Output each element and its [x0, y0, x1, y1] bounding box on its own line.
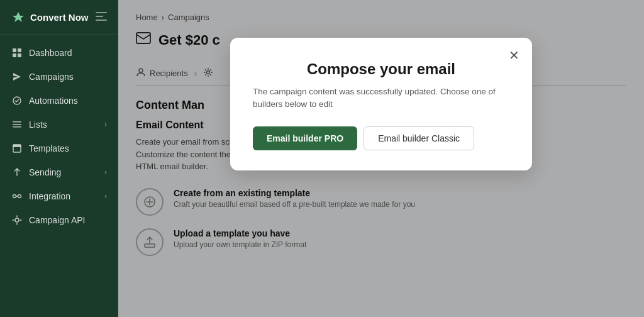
- main-content-area: Home › Campaigns Get $20 c: [118, 0, 644, 317]
- arrow-icon: ›: [104, 192, 107, 201]
- svg-point-15: [18, 195, 21, 198]
- hamburger-icon[interactable]: [96, 11, 107, 24]
- svg-marker-0: [13, 12, 24, 22]
- svg-rect-3: [96, 19, 107, 21]
- svg-rect-6: [13, 53, 16, 57]
- sidebar-item-campaigns[interactable]: Campaigns: [0, 65, 118, 89]
- sidebar-item-dashboard[interactable]: Dashboard: [0, 41, 118, 65]
- sidebar-item-label: Dashboard: [29, 48, 107, 58]
- sidebar: Convert Now Dashboard: [0, 0, 118, 317]
- dashboard-icon: [11, 47, 23, 58]
- svg-rect-5: [18, 48, 21, 52]
- arrow-icon: ›: [104, 168, 107, 177]
- svg-rect-10: [13, 124, 21, 125]
- sidebar-item-label: Sending: [29, 167, 98, 177]
- svg-rect-13: [13, 145, 21, 147]
- sidebar-item-sending[interactable]: Sending ›: [0, 160, 118, 184]
- modal-description: The campaign content was successfully up…: [253, 86, 509, 111]
- api-icon: [11, 214, 23, 226]
- email-builder-pro-button[interactable]: Email builder PRO: [253, 126, 357, 150]
- sidebar-nav: Dashboard Campaigns Automations: [0, 35, 118, 317]
- modal-buttons: Email builder PRO Email builder Classic: [253, 126, 509, 150]
- svg-rect-1: [96, 12, 107, 13]
- sidebar-item-label: Campaign API: [29, 215, 107, 225]
- arrow-icon: ›: [104, 120, 107, 129]
- sending-icon: [11, 167, 23, 178]
- lists-icon: [11, 119, 23, 130]
- sidebar-item-label: Templates: [29, 143, 107, 153]
- svg-rect-4: [13, 48, 16, 52]
- svg-rect-11: [13, 126, 21, 128]
- logo-icon: [11, 10, 25, 24]
- svg-point-17: [15, 218, 19, 222]
- automations-icon: [11, 95, 23, 106]
- sidebar-item-integration[interactable]: Integration ›: [0, 184, 118, 208]
- templates-icon: [11, 143, 23, 154]
- sidebar-item-templates[interactable]: Templates: [0, 136, 118, 160]
- modal-overlay[interactable]: ✕ Compose your email The campaign conten…: [118, 0, 644, 317]
- svg-rect-9: [13, 121, 21, 123]
- svg-point-14: [13, 195, 16, 198]
- email-builder-classic-button[interactable]: Email builder Classic: [364, 126, 474, 150]
- sidebar-item-automations[interactable]: Automations: [0, 89, 118, 113]
- integration-icon: [11, 191, 23, 202]
- svg-rect-7: [18, 53, 21, 57]
- logo-text: Convert Now: [30, 12, 89, 23]
- sidebar-item-label: Automations: [29, 96, 107, 106]
- sidebar-item-label: Integration: [29, 191, 98, 201]
- sidebar-logo[interactable]: Convert Now: [0, 0, 118, 35]
- sidebar-item-label: Campaigns: [29, 72, 107, 82]
- sidebar-item-lists[interactable]: Lists ›: [0, 113, 118, 136]
- svg-rect-2: [96, 16, 103, 17]
- modal-title: Compose your email: [253, 60, 509, 78]
- campaigns-icon: [11, 71, 23, 82]
- modal-close-button[interactable]: ✕: [506, 47, 522, 64]
- sidebar-item-campaign-api[interactable]: Campaign API: [0, 208, 118, 232]
- sidebar-item-label: Lists: [29, 120, 98, 130]
- compose-email-modal: ✕ Compose your email The campaign conten…: [230, 38, 532, 170]
